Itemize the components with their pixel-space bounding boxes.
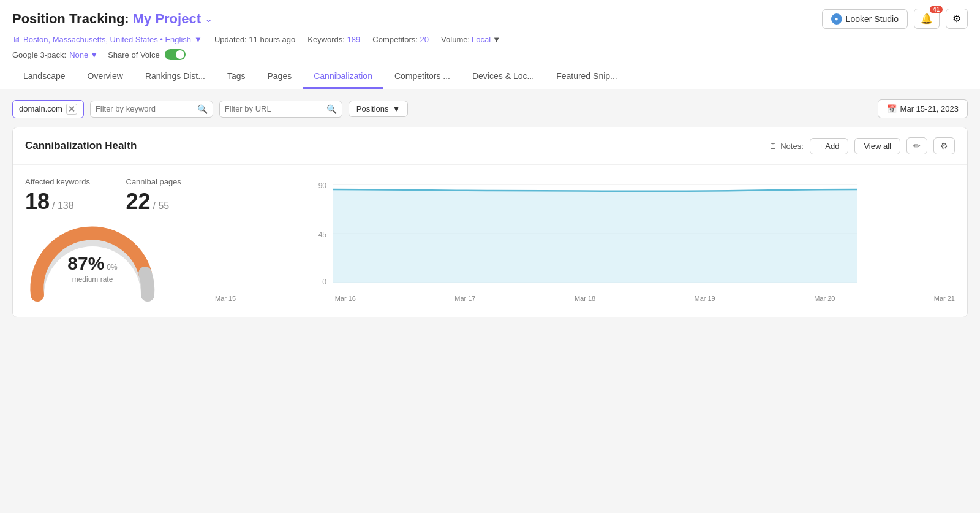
google3pack-control: Google 3-pack: None ▼ bbox=[12, 50, 98, 59]
positions-dropdown[interactable]: Positions ▼ bbox=[349, 101, 409, 117]
gauge-percent-value: 87% bbox=[67, 253, 104, 273]
x-label-mar21: Mar 21 bbox=[934, 295, 955, 302]
share-of-voice-toggle[interactable] bbox=[165, 49, 186, 60]
card-settings-button[interactable]: ⚙ bbox=[933, 137, 955, 154]
filter-row: domain.com ✕ 🔍 🔍 Positions ▼ 📅 Mar 15-21… bbox=[12, 99, 968, 118]
tab-overview[interactable]: Overview bbox=[77, 65, 134, 89]
settings-button[interactable]: ⚙ bbox=[946, 9, 968, 29]
page-title-main: Position Tracking: bbox=[12, 11, 129, 27]
keyword-search-box: 🔍 bbox=[90, 101, 213, 118]
google3pack-value-text: None bbox=[69, 50, 88, 59]
x-label-mar16: Mar 16 bbox=[335, 295, 356, 302]
x-label-mar17: Mar 17 bbox=[454, 295, 475, 302]
gauge-rate-label: medium rate bbox=[67, 275, 117, 284]
looker-icon: ● bbox=[831, 13, 842, 25]
notifications-button[interactable]: 🔔 41 bbox=[914, 9, 940, 29]
volume-label: Volume: bbox=[441, 35, 470, 44]
domain-chip-close-icon[interactable]: ✕ bbox=[66, 104, 77, 115]
edit-button[interactable]: ✏ bbox=[907, 137, 927, 154]
looker-label: Looker Studio bbox=[846, 14, 899, 24]
chart-fill bbox=[333, 189, 858, 283]
cannibal-pages-stat: Cannibal pages 22 / 55 bbox=[111, 177, 197, 215]
card-title: Cannibalization Health bbox=[25, 140, 137, 152]
project-chevron-icon[interactable]: ⌄ bbox=[205, 13, 213, 25]
x-label-mar20: Mar 20 bbox=[814, 295, 835, 302]
header-top: Position Tracking: My Project ⌄ ● Looker… bbox=[12, 9, 968, 29]
notes-label: 🗒 Notes: bbox=[769, 142, 804, 151]
card-body: Affected keywords 18 / 138 Cannibal page… bbox=[13, 165, 967, 317]
url-search-icon[interactable]: 🔍 bbox=[326, 104, 337, 114]
tab-competitors[interactable]: Competitors ... bbox=[383, 65, 461, 89]
google3pack-selector[interactable]: None ▼ bbox=[69, 50, 98, 59]
main-content: domain.com ✕ 🔍 🔍 Positions ▼ 📅 Mar 15-21… bbox=[0, 89, 980, 327]
chart-area: 90 45 0 Mar 15 Mar 16 Mar 17 Ma bbox=[215, 177, 955, 305]
keyword-search-icon[interactable]: 🔍 bbox=[197, 104, 208, 114]
tab-devices-loc[interactable]: Devices & Loc... bbox=[461, 65, 545, 89]
keywords-label: Keywords: bbox=[307, 35, 345, 44]
cannibalization-health-card: Cannibalization Health 🗒 Notes: + Add Vi… bbox=[12, 127, 968, 317]
cannibal-pages-value: 22 / 55 bbox=[126, 189, 197, 215]
filter-left: domain.com ✕ 🔍 🔍 Positions ▼ bbox=[12, 100, 408, 118]
tab-landscape[interactable]: Landscape bbox=[12, 65, 77, 89]
notes-text: Notes: bbox=[780, 142, 804, 151]
google3pack-chevron-icon: ▼ bbox=[90, 50, 98, 59]
share-of-voice-control: Share of Voice bbox=[108, 49, 186, 60]
volume-value: Local bbox=[472, 35, 491, 44]
location-chevron-icon: ▼ bbox=[194, 35, 202, 44]
updated-info: Updated: 11 hours ago bbox=[214, 35, 295, 44]
card-actions: 🗒 Notes: + Add View all ✏ ⚙ bbox=[769, 137, 955, 154]
tab-rankings-dist[interactable]: Rankings Dist... bbox=[134, 65, 216, 89]
location-text: Boston, Massachusetts, United States • E… bbox=[23, 35, 191, 44]
cannibal-pages-label: Cannibal pages bbox=[126, 177, 197, 186]
card-settings-icon: ⚙ bbox=[940, 141, 948, 151]
gauge-chart: 87% 0% medium rate bbox=[25, 224, 160, 304]
notes-icon: 🗒 bbox=[769, 142, 777, 151]
looker-studio-button[interactable]: ● Looker Studio bbox=[822, 9, 908, 29]
project-name[interactable]: My Project bbox=[133, 11, 201, 27]
volume-selector[interactable]: Volume: Local ▼ bbox=[441, 35, 500, 44]
notification-badge: 41 bbox=[930, 6, 943, 13]
view-all-button[interactable]: View all bbox=[854, 138, 900, 154]
tab-cannibalization[interactable]: Cannibalization bbox=[303, 65, 383, 89]
url-search-input[interactable] bbox=[225, 104, 323, 113]
stats-panel: Affected keywords 18 / 138 Cannibal page… bbox=[25, 177, 197, 305]
x-label-mar19: Mar 19 bbox=[695, 295, 715, 302]
header-actions: ● Looker Studio 🔔 41 ⚙ bbox=[822, 9, 968, 29]
domain-chip[interactable]: domain.com ✕ bbox=[12, 100, 84, 118]
gauge-small-value: 0% bbox=[107, 263, 117, 272]
keywords-info: Keywords: 189 bbox=[307, 35, 360, 44]
header-meta: 🖥 Boston, Massachusetts, United States •… bbox=[12, 35, 968, 44]
date-range-text: Mar 15-21, 2023 bbox=[900, 104, 959, 113]
date-picker[interactable]: 📅 Mar 15-21, 2023 bbox=[878, 99, 968, 118]
x-label-mar18: Mar 18 bbox=[575, 295, 595, 302]
edit-icon: ✏ bbox=[913, 141, 921, 151]
svg-text:0: 0 bbox=[322, 278, 326, 286]
affected-keywords-value: 18 / 138 bbox=[25, 189, 96, 215]
view-all-label: View all bbox=[864, 142, 891, 151]
positions-label: Positions bbox=[356, 104, 389, 113]
svg-text:90: 90 bbox=[318, 181, 327, 190]
affected-keywords-stat: Affected keywords 18 / 138 bbox=[25, 177, 111, 215]
card-header: Cannibalization Health 🗒 Notes: + Add Vi… bbox=[13, 127, 967, 165]
svg-text:45: 45 bbox=[318, 230, 327, 239]
location-selector[interactable]: 🖥 Boston, Massachusetts, United States •… bbox=[12, 35, 202, 44]
gauge-center: 87% 0% medium rate bbox=[67, 253, 117, 284]
tab-pages[interactable]: Pages bbox=[257, 65, 303, 89]
add-note-button[interactable]: + Add bbox=[810, 138, 849, 154]
trend-chart-svg: 90 45 0 bbox=[215, 177, 955, 291]
share-of-voice-label: Share of Voice bbox=[108, 50, 160, 59]
affected-keywords-label: Affected keywords bbox=[25, 177, 96, 186]
title-row: Position Tracking: My Project ⌄ bbox=[12, 11, 213, 27]
x-label-mar15: Mar 15 bbox=[215, 295, 236, 302]
stats-row: Affected keywords 18 / 138 Cannibal page… bbox=[25, 177, 197, 215]
chart-x-labels: Mar 15 Mar 16 Mar 17 Mar 18 Mar 19 Mar 2… bbox=[215, 292, 955, 305]
monitor-icon: 🖥 bbox=[12, 35, 20, 44]
competitors-value: 20 bbox=[420, 35, 429, 44]
tab-tags[interactable]: Tags bbox=[216, 65, 257, 89]
positions-chevron-icon: ▼ bbox=[393, 104, 401, 113]
competitors-info: Competitors: 20 bbox=[372, 35, 429, 44]
tab-featured-snip[interactable]: Featured Snip... bbox=[545, 65, 628, 89]
competitors-label: Competitors: bbox=[372, 35, 418, 44]
page-header: Position Tracking: My Project ⌄ ● Looker… bbox=[0, 0, 980, 89]
keyword-search-input[interactable] bbox=[96, 104, 194, 113]
